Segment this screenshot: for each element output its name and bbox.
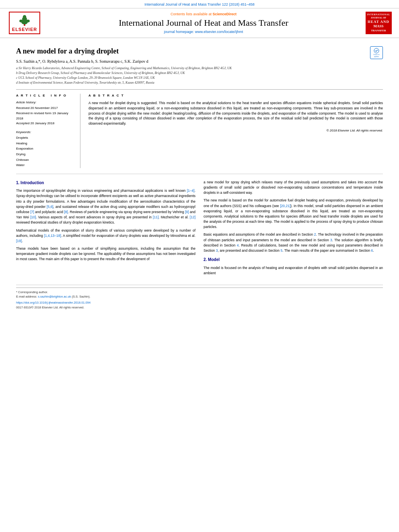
paper-content: A new model for a drying droplet Check f… (0, 38, 399, 310)
keyword-2: Heating (16, 141, 74, 146)
keyword-3: Evaporation (16, 146, 74, 152)
article-info-panel: A R T I C L E I N F O Article history: R… (16, 94, 80, 168)
article-dates: Received 20 November 2017 Received in re… (16, 106, 74, 126)
journal-header: ELSEVIER Contents lists available at Sci… (0, 8, 399, 38)
affiliation-d: d Institute of Environmental Science, Ka… (16, 80, 383, 85)
authors-line: S.S. Sazhin a,*, O. Rybdylova a, A.S. Pa… (16, 59, 383, 64)
journal-center-header: Contents lists available at ScienceDirec… (47, 12, 360, 34)
accepted-date: Accepted 20 January 2018 (16, 121, 74, 126)
keyword-1: Droplets (16, 135, 74, 141)
abstract-panel: A B S T R A C T A new model for droplet … (88, 94, 383, 168)
affiliation-c: c UCL School of Pharmacy, University Col… (16, 76, 383, 80)
elsevier-brand-text: ELSEVIER (12, 27, 37, 32)
affiliations: a Sir Harry Ricardo Laboratories, Advanc… (16, 66, 383, 85)
keyword-6: Water (16, 162, 74, 168)
author-email[interactable]: s.sazhin@brighton.ac.uk (38, 295, 71, 298)
journal-citation-text: International Journal of Heat and Mass T… (144, 2, 255, 6)
journal-title: International Journal of Heat and Mass T… (47, 18, 360, 28)
abstract-heading: A B S T R A C T (88, 94, 383, 97)
doi-link[interactable]: https://doi.org/10.1016/j.ijheatmasstran… (16, 301, 90, 304)
svg-point-5 (26, 20, 30, 23)
svg-point-3 (23, 15, 27, 19)
keywords-label: Keywords: (16, 130, 74, 134)
journal-citation-bar: International Journal of Heat and Mass T… (0, 0, 399, 8)
right-para-4: The model is focused on the analysis of … (204, 265, 383, 276)
title-row: A new model for a drying droplet Check f… (16, 43, 383, 59)
revised-date: Received in revised form 19 January 2018 (16, 111, 74, 121)
homepage-url: www.elsevier.com/locate/ijhmt (195, 30, 243, 34)
body-left-col: 1. Introduction The importance of spray/… (16, 180, 195, 278)
elsevier-logo: ELSEVIER (6, 12, 43, 34)
info-abstract-row: A R T I C L E I N F O Article history: R… (16, 89, 383, 168)
sciencedirect-brand: ScienceDirect (213, 12, 237, 16)
intro-para-2: Mathematical models of the evaporation o… (16, 228, 195, 244)
intro-para-1: The importance of spray/droplet drying i… (16, 188, 195, 225)
article-history-label: Article history: (16, 101, 74, 104)
article-info-heading: A R T I C L E I N F O (16, 94, 74, 97)
journal-abbr-box: INTERNATIONAL JOURNAL OF HEAT AND MASS T… (366, 12, 392, 34)
journal-homepage: journal homepage: www.elsevier.com/locat… (47, 30, 360, 34)
authors-text: S.S. Sazhin a,*, O. Rybdylova a, A.S. Pa… (16, 59, 148, 64)
journal-logo-right: INTERNATIONAL JOURNAL OF HEAT AND MASS T… (364, 12, 393, 34)
received-date: Received 20 November 2017 (16, 106, 74, 111)
svg-point-4 (19, 20, 23, 23)
affiliation-b: b Drug Delivery Research Group, School o… (16, 71, 383, 76)
model-heading: 2. Model (204, 257, 383, 263)
elsevier-tree-icon (16, 14, 33, 26)
check-icon (374, 48, 379, 53)
affiliation-a: a Sir Harry Ricardo Laboratories, Advanc… (16, 66, 383, 71)
email-note: E-mail address: s.sazhin@brighton.ac.uk … (16, 294, 383, 299)
svg-point-6 (374, 48, 379, 53)
right-para-1: a new model for spray drying which relax… (204, 180, 383, 196)
paper-footer: * Corresponding author. E-mail address: … (16, 285, 383, 310)
keywords-list: Droplets Heating Evaporation Drying Chit… (16, 135, 74, 168)
right-para-3: Basic equations and assumptions of the m… (204, 232, 383, 253)
sciencedirect-link: Contents lists available at ScienceDirec… (47, 12, 360, 16)
copyright-text: © 2018 Elsevier Ltd. All rights reserved… (88, 129, 383, 132)
intro-para-3: These models have been based on a number… (16, 246, 195, 262)
issn-text: 0017-9310/© 2018 Elsevier Ltd. All right… (16, 305, 383, 310)
keyword-4: Drying (16, 152, 74, 157)
abstract-text: A new model for droplet drying is sugges… (88, 101, 383, 126)
body-right-col: a new model for spray drying which relax… (204, 180, 383, 278)
keyword-5: Chitosan (16, 157, 74, 163)
corresponding-author-note: * Corresponding author. (16, 290, 383, 294)
paper-title: A new model for a drying droplet (16, 47, 119, 55)
body-columns: 1. Introduction The importance of spray/… (16, 180, 383, 278)
check-updates-badge: Check forupdates (370, 46, 383, 59)
section-divider (16, 174, 383, 174)
introduction-heading: 1. Introduction (16, 180, 195, 186)
right-para-2: The new model is based on the model for … (204, 198, 383, 230)
